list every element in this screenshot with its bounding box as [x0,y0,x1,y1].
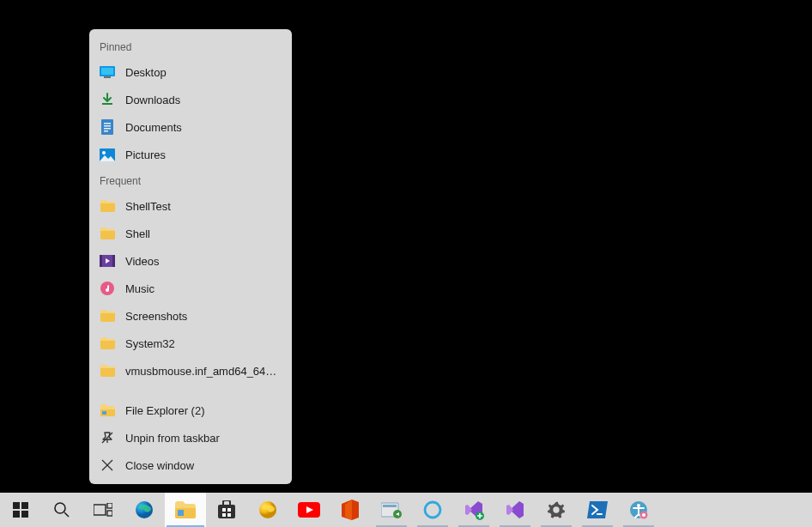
action-file-explorer[interactable]: File Explorer (2) [89,397,292,424]
frequent-item-label: System32 [125,337,282,350]
svg-rect-31 [178,510,184,516]
office-icon [342,500,359,520]
svg-rect-7 [104,128,111,130]
frequent-item-label: vmusbmouse.inf_amd64_64ac7a0a... [125,365,282,378]
close-icon [100,457,115,473]
folder-icon [100,363,115,379]
taskbar-app-visual-studio-1[interactable] [453,493,494,527]
taskbar-app-microsoft-store[interactable] [206,493,247,527]
taskbar-app-powershell[interactable] [577,493,618,527]
pinned-item-desktop[interactable]: Desktop [89,58,292,86]
svg-rect-1 [101,68,113,75]
frequent-item-system32[interactable]: System32 [89,330,292,357]
pinned-item-downloads[interactable]: Downloads [89,86,292,113]
taskbar [0,493,812,527]
youtube-icon [298,502,320,518]
svg-rect-34 [227,508,231,512]
search-icon [53,501,70,518]
action-label: Unpin from taskbar [125,432,282,445]
frequent-header: Frequent [89,168,292,192]
frequent-item-shell[interactable]: Shell [89,220,292,247]
svg-rect-23 [21,511,28,518]
svg-point-44 [553,506,559,512]
frequent-item-label: Music [125,282,282,295]
frequent-item-vmusbmouse[interactable]: vmusbmouse.inf_amd64_64ac7a0a... [89,357,292,385]
pictures-icon [100,147,115,162]
taskbar-app-steps-recorder[interactable] [371,493,412,527]
edge-icon [134,500,155,520]
svg-rect-16 [102,411,106,415]
visual-studio-icon [464,500,484,520]
separator [89,385,292,397]
svg-rect-22 [13,511,20,518]
frequent-item-videos[interactable]: Videos [89,247,292,275]
videos-icon [100,253,115,269]
action-close-window[interactable]: Close window [89,451,292,479]
folder-icon [100,198,115,214]
search-button[interactable] [41,493,82,527]
svg-point-48 [642,513,645,517]
jumplist: Pinned Desktop Downloads Documents Pictu… [89,29,292,484]
frequent-item-screenshots[interactable]: Screenshots [89,302,292,330]
svg-rect-26 [94,505,106,515]
taskbar-app-accessibility-insights[interactable] [618,493,659,527]
svg-rect-2 [104,76,111,78]
task-view-button[interactable] [82,493,124,527]
cortana-icon [423,500,442,519]
action-label: File Explorer (2) [125,404,282,417]
accessibility-insights-icon [629,500,648,519]
folder-icon [100,308,115,324]
pinned-item-documents[interactable]: Documents [89,113,292,141]
svg-rect-21 [21,502,28,509]
svg-rect-20 [13,502,20,509]
download-icon [100,92,115,107]
taskbar-app-visual-studio-2[interactable] [494,493,536,527]
start-button[interactable] [0,493,41,527]
pinned-item-label: Pictures [125,148,282,161]
windows-logo-icon [13,502,28,518]
svg-rect-4 [101,119,113,135]
folder-icon [100,336,115,351]
gear-icon [547,500,566,519]
unpin-icon [100,430,115,445]
steps-recorder-icon [381,501,402,518]
svg-rect-3 [102,103,112,105]
edge-canary-icon [258,500,278,520]
pinned-item-label: Documents [125,121,282,134]
frequent-item-label: ShellTest [125,200,282,213]
svg-rect-40 [383,505,397,507]
taskbar-app-youtube[interactable] [288,493,330,527]
frequent-item-shelltest[interactable]: ShellTest [89,192,292,220]
svg-rect-27 [107,503,112,508]
taskbar-app-settings[interactable] [536,493,577,527]
taskbar-app-edge-canary[interactable] [247,493,288,527]
svg-point-10 [102,151,106,154]
svg-line-25 [64,512,69,517]
svg-point-24 [55,503,65,513]
svg-point-42 [425,502,440,518]
task-view-icon [94,503,112,517]
pinned-item-label: Desktop [125,66,282,79]
frequent-item-music[interactable]: Music [89,275,292,302]
svg-rect-35 [222,513,226,517]
pinned-header: Pinned [89,34,292,58]
folder-icon [100,226,115,241]
svg-rect-33 [222,508,226,512]
desktop-icon [100,64,115,80]
store-icon [217,500,236,519]
svg-rect-13 [112,255,115,267]
taskbar-app-file-explorer[interactable] [165,493,206,527]
frequent-item-label: Shell [125,227,282,240]
svg-rect-8 [104,130,108,132]
svg-rect-32 [218,505,235,518]
taskbar-app-edge[interactable] [124,493,165,527]
taskbar-app-office[interactable] [330,493,371,527]
visual-studio-icon [505,500,525,520]
svg-rect-6 [104,125,111,127]
frequent-item-label: Videos [125,255,282,268]
pinned-item-pictures[interactable]: Pictures [89,141,292,168]
action-unpin[interactable]: Unpin from taskbar [89,424,292,451]
frequent-item-label: Screenshots [125,310,282,323]
action-label: Close window [125,459,282,472]
taskbar-app-cortana[interactable] [412,493,453,527]
